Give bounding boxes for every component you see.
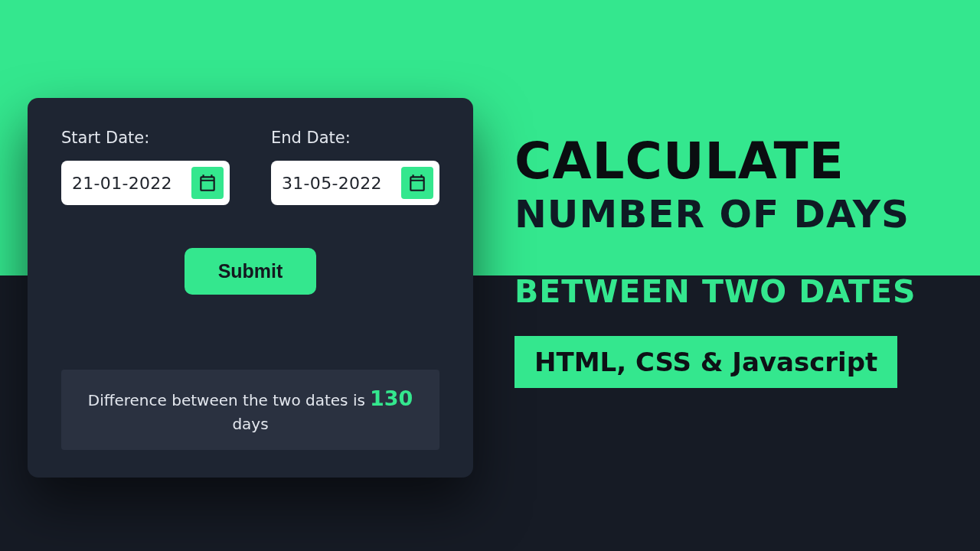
end-date-value: 31-05-2022 — [282, 174, 401, 193]
result-value: 130 — [370, 386, 413, 410]
headline-line3: BETWEEN TWO DATES — [514, 273, 959, 310]
start-date-input[interactable]: 21-01-2022 — [61, 161, 230, 205]
calendar-icon[interactable] — [401, 167, 433, 199]
submit-row: Submit — [61, 248, 439, 295]
start-date-label: Start Date: — [61, 129, 230, 147]
result-suffix: days — [232, 415, 268, 433]
title-block: CALCULATE NUMBER OF DAYS BETWEEN TWO DAT… — [514, 132, 959, 388]
calendar-icon[interactable] — [191, 167, 224, 199]
end-date-field: End Date: 31-05-2022 — [271, 129, 439, 205]
tech-badge: HTML, CSS & Javascript — [514, 336, 897, 388]
calculator-card: Start Date: 21-01-2022 End Date: 31-05-2… — [28, 98, 473, 478]
start-date-field: Start Date: 21-01-2022 — [61, 129, 230, 205]
result-prefix: Difference between the two dates is — [88, 391, 365, 409]
headline-line1: CALCULATE — [514, 132, 959, 191]
headline-line2: NUMBER OF DAYS — [514, 192, 959, 236]
submit-button[interactable]: Submit — [185, 248, 317, 295]
result-box: Difference between the two dates is 130 … — [61, 370, 439, 450]
date-fields-row: Start Date: 21-01-2022 End Date: 31-05-2… — [61, 129, 439, 205]
end-date-input[interactable]: 31-05-2022 — [271, 161, 439, 205]
end-date-label: End Date: — [271, 129, 439, 147]
start-date-value: 21-01-2022 — [72, 174, 191, 193]
